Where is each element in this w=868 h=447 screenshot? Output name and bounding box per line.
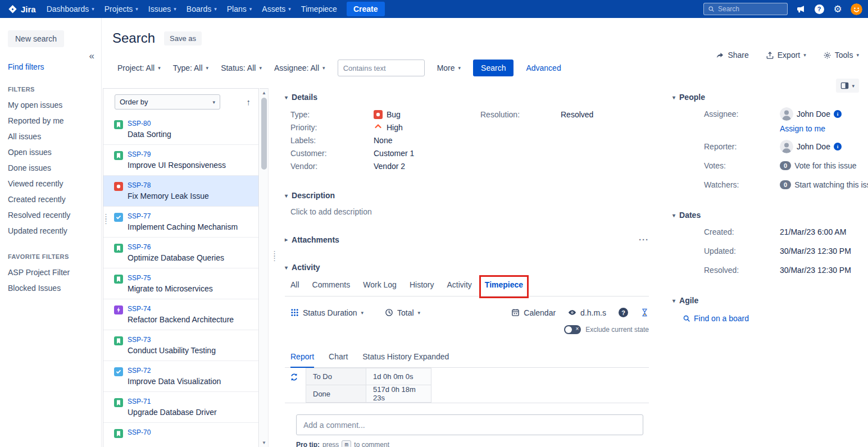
project-filter-dropdown[interactable]: Project: All (117, 63, 161, 72)
scroll-down-icon[interactable] (260, 440, 269, 445)
nav-plans[interactable]: Plans (222, 0, 257, 18)
attachments-section-header[interactable]: Attachments (285, 235, 339, 244)
sidebar-item-created-recently[interactable]: Created recently (8, 191, 92, 207)
issue-key[interactable]: SSP-77 (128, 212, 238, 220)
scrollbar-thumb[interactable] (261, 98, 267, 170)
share-button[interactable]: Share (716, 51, 748, 60)
activity-section-header[interactable]: Activity (285, 263, 649, 272)
tab-timepiece[interactable]: Timepiece (485, 280, 523, 289)
assignee-filter-dropdown[interactable]: Assignee: All (274, 63, 325, 72)
vote-for-issue-link[interactable]: Vote for this issue (794, 161, 857, 170)
sidebar-item-reported-by-me[interactable]: Reported by me (8, 113, 92, 129)
more-filters-dropdown[interactable]: More (437, 63, 461, 72)
tab-report[interactable]: Report (290, 352, 314, 368)
help-icon[interactable] (814, 3, 825, 15)
list-item[interactable]: SSP-73Conduct Usability Testing (103, 330, 258, 361)
save-as-button[interactable]: Save as (164, 31, 202, 45)
tab-work-log[interactable]: Work Log (363, 280, 397, 289)
reporter-name[interactable]: John Doe (797, 142, 830, 151)
description-section-header[interactable]: Description (285, 191, 649, 200)
contains-text-input[interactable] (338, 60, 425, 76)
advanced-link[interactable]: Advanced (526, 63, 561, 72)
info-icon[interactable] (834, 143, 842, 150)
tab-chart[interactable]: Chart (329, 352, 348, 367)
collapse-sidebar-icon[interactable] (89, 51, 94, 62)
issue-key[interactable]: SSP-74 (128, 305, 234, 313)
exclude-current-state-toggle[interactable] (564, 325, 581, 334)
new-search-button[interactable]: New search (8, 30, 64, 47)
list-item-selected[interactable]: SSP-78Fix Memory Leak Issue (103, 176, 258, 207)
scroll-up-icon[interactable] (260, 90, 269, 95)
status-duration-dropdown[interactable]: Status Duration (290, 308, 363, 317)
user-avatar[interactable] (851, 3, 862, 15)
issue-key[interactable]: SSP-75 (128, 274, 213, 282)
reporter-avatar[interactable] (780, 140, 793, 153)
list-item[interactable]: SSP-74Refactor Backend Architecture (103, 299, 258, 330)
sidebar-item-open-issues[interactable]: Open issues (8, 144, 92, 160)
issue-key[interactable]: SSP-76 (128, 243, 224, 251)
type-filter-dropdown[interactable]: Type: All (173, 63, 208, 72)
issue-key[interactable]: SSP-79 (128, 150, 226, 158)
order-by-select[interactable]: Order by (115, 94, 220, 110)
status-filter-dropdown[interactable]: Status: All (221, 63, 262, 72)
details-section-header[interactable]: Details (285, 93, 649, 102)
sidebar-item-asp-project-filter[interactable]: ASP Project Filter (8, 264, 92, 280)
sidebar-item-done-issues[interactable]: Done issues (8, 160, 92, 176)
tab-activity[interactable]: Activity (447, 280, 471, 289)
agile-section-header[interactable]: Agile (672, 296, 868, 305)
nav-boards[interactable]: Boards (181, 0, 222, 18)
start-watching-link[interactable]: Start watching this issue (794, 180, 868, 189)
issue-key[interactable]: SSP-72 (128, 367, 221, 375)
nav-issues[interactable]: Issues (143, 0, 181, 18)
list-item[interactable]: SSP-70 (103, 423, 258, 447)
create-button[interactable]: Create (347, 2, 385, 16)
sort-ascending-icon[interactable] (247, 97, 251, 107)
sidebar-item-all-issues[interactable]: All issues (8, 129, 92, 144)
search-button[interactable]: Search (473, 60, 513, 76)
duration-format-button[interactable]: d.h.m.s (568, 308, 606, 317)
list-item[interactable]: SSP-71Upgrade Database Driver (103, 392, 258, 423)
people-section-header[interactable]: People (672, 93, 868, 102)
list-item[interactable]: SSP-77Implement Caching Mechanism (103, 207, 258, 238)
list-item[interactable]: SSP-80Data Sorting (103, 114, 258, 145)
find-on-board-link[interactable]: Find on a board (683, 314, 868, 323)
jira-logo[interactable]: Jira (6, 4, 42, 14)
description-placeholder[interactable]: Click to add description (285, 207, 649, 216)
list-item[interactable]: SSP-72Improve Data Visualization (103, 361, 258, 392)
issue-key[interactable]: SSP-73 (128, 336, 216, 344)
nav-projects[interactable]: Projects (99, 0, 143, 18)
panel-resize-handle[interactable] (102, 215, 107, 224)
announcements-icon[interactable] (795, 3, 806, 15)
list-item[interactable]: SSP-75Migrate to Microservices (103, 268, 258, 299)
sidebar-item-updated-recently[interactable]: Updated recently (8, 223, 92, 239)
issue-key[interactable]: SSP-78 (128, 181, 209, 189)
find-filters-link[interactable]: Find filters (8, 62, 92, 71)
sidebar-item-resolved-recently[interactable]: Resolved recently (8, 207, 92, 223)
total-dropdown[interactable]: Total (385, 308, 420, 317)
tab-all[interactable]: All (290, 280, 299, 289)
settings-gear-icon[interactable] (832, 3, 843, 15)
global-search[interactable] (703, 3, 788, 15)
issue-list-scrollbar[interactable] (260, 88, 269, 447)
help-icon[interactable] (619, 308, 628, 317)
calendar-button[interactable]: Calendar (511, 308, 556, 317)
info-icon[interactable] (834, 110, 842, 118)
sidebar-item-my-open-issues[interactable]: My open issues (8, 97, 92, 113)
sidebar-item-viewed-recently[interactable]: Viewed recently (8, 176, 92, 191)
list-item[interactable]: SSP-76Optimize Database Queries (103, 238, 258, 268)
sidebar-item-blocked-issues[interactable]: Blocked Issues (8, 280, 92, 296)
nav-dashboards[interactable]: Dashboards (42, 0, 99, 18)
issue-key[interactable]: SSP-71 (128, 398, 217, 405)
refresh-icon[interactable] (289, 372, 299, 384)
assignee-name[interactable]: John Doe (797, 110, 830, 118)
global-search-input[interactable] (718, 5, 780, 13)
hourglass-icon[interactable] (640, 308, 649, 317)
assign-to-me-link[interactable]: Assign to me (780, 124, 825, 133)
tab-comments[interactable]: Comments (312, 280, 351, 289)
tab-status-history-expanded[interactable]: Status History Expanded (362, 352, 449, 367)
export-button[interactable]: Export (766, 51, 806, 60)
issue-key[interactable]: SSP-70 (128, 428, 151, 436)
nav-timepiece[interactable]: Timepiece (296, 0, 342, 18)
assignee-avatar[interactable] (780, 107, 793, 121)
tab-history[interactable]: History (410, 280, 434, 289)
